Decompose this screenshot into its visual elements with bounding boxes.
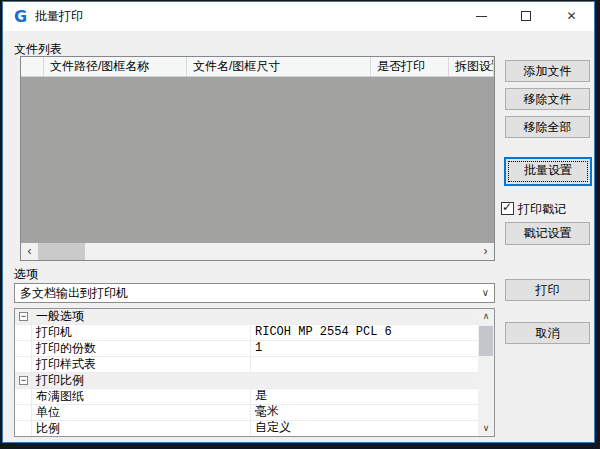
remove-all-button[interactable]: 移除全部: [505, 116, 590, 138]
property-name: 打印机: [32, 325, 251, 340]
collapse-gutter: −: [15, 309, 32, 324]
vertical-scrollbar-thumb[interactable]: [479, 326, 493, 356]
row-gutter: [15, 405, 32, 420]
batch-print-dialog: G 批量打印 ✕ 文件列表 文件路径/图框名称文件名/图框尺寸是否打印拆图设置 …: [2, 1, 595, 443]
row-gutter: [15, 421, 32, 436]
property-name: 打印样式表: [32, 357, 251, 372]
scroll-right-icon[interactable]: ›: [477, 243, 494, 260]
row-gutter: [15, 325, 32, 340]
category-label: 打印比例: [32, 373, 84, 388]
file-list-body: [21, 77, 494, 243]
print-stamp-checkbox[interactable]: ✓: [501, 202, 514, 215]
cancel-button[interactable]: 取消: [505, 322, 590, 344]
property-value[interactable]: 是: [251, 389, 478, 404]
row-gutter: [15, 341, 32, 356]
property-value[interactable]: 毫米: [251, 405, 478, 420]
property-value[interactable]: [251, 357, 478, 372]
property-grid: −一般选项打印机RICOH MP 2554 PCL 6打印的份数1打印样式表−打…: [14, 308, 495, 437]
minimize-button[interactable]: [459, 2, 504, 31]
property-grid-rows: −一般选项打印机RICOH MP 2554 PCL 6打印的份数1打印样式表−打…: [15, 309, 478, 437]
property-name: 单位: [32, 405, 251, 420]
titlebar[interactable]: G 批量打印 ✕: [3, 2, 594, 31]
column-header[interactable]: 文件名/图框尺寸: [187, 57, 371, 77]
scroll-left-icon[interactable]: ‹: [21, 243, 38, 260]
stamp-settings-button[interactable]: 戳记设置: [505, 222, 590, 245]
output-mode-combobox[interactable]: 多文档输出到打印机 ∨: [14, 283, 495, 303]
print-stamp-label: 打印戳记: [518, 201, 566, 217]
minimize-icon: [476, 16, 487, 17]
app-logo-icon: G: [12, 8, 29, 25]
category-label: 一般选项: [32, 309, 84, 324]
remove-file-button[interactable]: 移除文件: [505, 88, 590, 110]
collapse-gutter: −: [15, 373, 32, 388]
add-files-button[interactable]: 添加文件: [505, 60, 590, 82]
maximize-icon: [521, 11, 531, 21]
property-row[interactable]: 打印样式表: [15, 357, 478, 373]
row-gutter: [15, 389, 32, 404]
column-header[interactable]: [21, 57, 44, 77]
property-row[interactable]: 单位毫米: [15, 405, 478, 421]
column-header[interactable]: 拆图设置: [449, 57, 494, 77]
close-button[interactable]: ✕: [549, 2, 594, 31]
property-name: 比例: [32, 421, 251, 436]
property-category-row[interactable]: −一般选项: [15, 309, 478, 325]
column-header[interactable]: 文件路径/图框名称: [44, 57, 187, 77]
file-list-header: 文件路径/图框名称文件名/图框尺寸是否打印拆图设置: [21, 57, 494, 77]
file-list-table: 文件路径/图框名称文件名/图框尺寸是否打印拆图设置 ‹ ›: [20, 56, 495, 261]
options-group-label: 选项: [14, 266, 38, 283]
window-title: 批量打印: [35, 2, 83, 31]
row-gutter: [15, 357, 32, 372]
check-icon: ✓: [502, 200, 512, 214]
close-icon: ✕: [549, 2, 594, 31]
collapse-minus-icon[interactable]: −: [19, 312, 28, 321]
property-row[interactable]: 布满图纸是: [15, 389, 478, 405]
horizontal-scrollbar[interactable]: ‹ ›: [21, 243, 494, 260]
property-row[interactable]: 打印的份数1: [15, 341, 478, 357]
scroll-up-icon[interactable]: ∧: [478, 309, 494, 324]
property-row[interactable]: 比例自定义: [15, 421, 478, 437]
batch-settings-button[interactable]: 批量设置: [504, 157, 592, 186]
property-value[interactable]: 1: [251, 341, 478, 356]
property-category-row[interactable]: −打印比例: [15, 373, 478, 389]
maximize-button[interactable]: [504, 2, 549, 31]
horizontal-scrollbar-thumb[interactable]: [38, 243, 85, 260]
collapse-minus-icon[interactable]: −: [19, 376, 28, 385]
property-value[interactable]: RICOH MP 2554 PCL 6: [251, 325, 478, 340]
property-value[interactable]: 自定义: [251, 421, 478, 436]
print-button[interactable]: 打印: [505, 279, 590, 301]
property-name: 打印的份数: [32, 341, 251, 356]
output-mode-value: 多文档输出到打印机: [20, 284, 128, 302]
column-header[interactable]: 是否打印: [371, 57, 449, 77]
chevron-down-icon[interactable]: ∨: [482, 284, 489, 302]
scroll-down-icon[interactable]: ∨: [478, 421, 494, 436]
property-name: 布满图纸: [32, 389, 251, 404]
vertical-scrollbar[interactable]: ∧ ∨: [478, 309, 494, 436]
property-row[interactable]: 打印机RICOH MP 2554 PCL 6: [15, 325, 478, 341]
